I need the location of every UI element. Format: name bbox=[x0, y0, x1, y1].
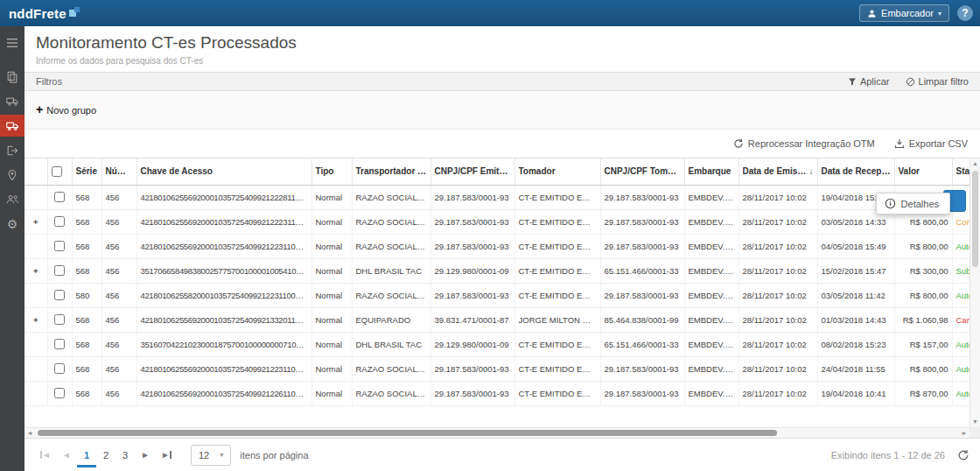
vertical-scrollbar-thumb[interactable] bbox=[972, 171, 978, 267]
row-expand-toggle[interactable]: + bbox=[24, 258, 47, 283]
cell-tipo: Normal bbox=[312, 356, 352, 381]
sidebar-item-settings[interactable]: ⚙ bbox=[0, 213, 24, 235]
sidebar-item-users[interactable] bbox=[0, 188, 24, 210]
cell-cnpj-emitente: 29.129.980/0001-09 bbox=[430, 332, 514, 356]
help-button[interactable]: ? bbox=[957, 5, 973, 21]
row-expand-toggle[interactable]: + bbox=[24, 209, 47, 234]
col-header-tipo[interactable]: Tipo bbox=[312, 158, 352, 185]
sidebar-item-monitoring-active[interactable] bbox=[0, 115, 24, 137]
col-header-data-recepcao[interactable]: Data de Recepção bbox=[817, 158, 894, 185]
page-number-3[interactable]: 3 bbox=[116, 443, 135, 467]
cell-cnpj-emitente: 29.187.583/0001-93 bbox=[430, 381, 514, 405]
filters-panel: + Novo grupo bbox=[24, 91, 980, 130]
reprocess-otm-label: Reprocessar Integração OTM bbox=[748, 138, 875, 149]
page-number-1[interactable]: 1 bbox=[77, 443, 96, 467]
col-header-serie[interactable]: Série bbox=[72, 158, 102, 185]
row-expand-toggle[interactable] bbox=[24, 234, 47, 258]
table-row[interactable]: + 568 456 351706658498380025775700100001… bbox=[24, 258, 970, 283]
cell-valor: R$ 800,00 bbox=[894, 234, 952, 258]
row-expand-toggle[interactable]: + bbox=[24, 307, 47, 332]
next-page-button[interactable]: ► bbox=[135, 445, 156, 466]
col-header-cnpj-tomador[interactable]: CNPJ/CPF Tomador bbox=[600, 158, 684, 185]
select-all-checkbox[interactable] bbox=[52, 166, 62, 177]
export-csv-button[interactable]: Exportar CSV bbox=[894, 138, 968, 149]
table-row[interactable]: 568 456 35160704221023000187570010000000… bbox=[24, 332, 970, 356]
col-header-status[interactable]: Status bbox=[952, 158, 970, 185]
items-per-page-label: itens por página bbox=[240, 450, 308, 460]
cell-chave-de-acesso: 4218010625569200010357254099213320110083… bbox=[136, 307, 312, 332]
new-group-button[interactable]: + Novo grupo bbox=[36, 105, 96, 116]
details-tooltip[interactable]: Detalhes bbox=[876, 193, 950, 214]
apply-filter-label: Aplicar bbox=[860, 76, 890, 87]
sidebar-item-export[interactable] bbox=[0, 139, 24, 161]
vertical-scrollbar[interactable]: ▲ ▼ bbox=[970, 158, 980, 427]
scroll-down-icon[interactable]: ▼ bbox=[970, 417, 980, 427]
cell-serie: 568 bbox=[72, 307, 102, 332]
download-icon bbox=[894, 138, 905, 149]
first-page-button[interactable]: ◄ bbox=[35, 445, 56, 466]
cell-data-emissao: 28/11/2017 10:02 bbox=[738, 332, 817, 356]
clear-filter-button[interactable]: Limpar filtro bbox=[906, 76, 969, 87]
user-menu-button[interactable]: Embarcador ▾ bbox=[859, 4, 949, 22]
cell-data-recepcao: 04/05/2018 15:49 bbox=[817, 234, 894, 258]
cell-tipo: Normal bbox=[312, 209, 352, 234]
horizontal-scrollbar-thumb[interactable] bbox=[38, 430, 777, 436]
row-checkbox[interactable] bbox=[54, 388, 65, 398]
gear-icon: ⚙ bbox=[7, 218, 18, 230]
table-row[interactable]: 568 456 42180106255692000103572540992122… bbox=[24, 381, 970, 405]
row-expand-toggle[interactable] bbox=[24, 381, 47, 405]
sidebar-item-location[interactable] bbox=[0, 164, 24, 186]
row-expand-toggle[interactable] bbox=[24, 283, 47, 307]
col-header-cnpj-emitente[interactable]: CNPJ/CPF Emitente bbox=[430, 158, 514, 185]
reprocess-otm-button[interactable]: Reprocessar Integração OTM bbox=[733, 138, 875, 149]
row-checkbox[interactable] bbox=[54, 265, 65, 276]
horizontal-scrollbar[interactable]: ◄ ► bbox=[24, 427, 970, 438]
row-checkbox[interactable] bbox=[54, 290, 65, 300]
table-row[interactable]: 568 456 42180106255692000103572540992122… bbox=[24, 356, 970, 381]
col-header-embarque[interactable]: Embarque bbox=[684, 158, 738, 185]
row-expand-toggle[interactable] bbox=[24, 185, 47, 209]
cell-numero: 456 bbox=[102, 258, 136, 283]
row-expand-toggle[interactable] bbox=[24, 332, 47, 356]
col-header-data-emissao[interactable]: Data de Emissão↓ bbox=[738, 158, 817, 185]
cell-tipo: Normal bbox=[312, 381, 352, 405]
row-expand-toggle[interactable] bbox=[24, 356, 47, 381]
row-checkbox[interactable] bbox=[54, 314, 65, 325]
table-row[interactable]: 568 456 42180106255692000103572540992122… bbox=[24, 234, 970, 258]
prev-page-button[interactable]: ◄ bbox=[56, 445, 77, 466]
sidebar-item-fleet[interactable] bbox=[0, 90, 24, 112]
col-header-chave[interactable]: Chave de Acesso bbox=[136, 158, 312, 185]
scroll-left-icon[interactable]: ◄ bbox=[24, 428, 35, 438]
scroll-right-icon[interactable]: ► bbox=[959, 428, 970, 438]
page-number-2[interactable]: 2 bbox=[96, 443, 116, 467]
page-size-select[interactable]: 12 ▾ bbox=[191, 445, 231, 466]
cell-numero: 456 bbox=[102, 209, 136, 234]
hamburger-icon bbox=[6, 38, 18, 48]
refresh-button[interactable] bbox=[957, 449, 970, 461]
row-checkbox[interactable] bbox=[54, 363, 65, 374]
table-row[interactable]: 568 456 42180106255692000103572540992122… bbox=[24, 185, 970, 209]
col-header-valor[interactable]: Valor bbox=[894, 158, 952, 185]
table-row[interactable]: + 568 456 421801062556920001035725409921… bbox=[24, 209, 970, 234]
row-select-cell bbox=[47, 258, 72, 283]
col-header-numero[interactable]: Número bbox=[102, 158, 136, 185]
table-row[interactable]: 580 456 42180106255820001035725409921223… bbox=[24, 283, 970, 307]
row-checkbox[interactable] bbox=[54, 339, 65, 349]
row-checkbox[interactable] bbox=[54, 216, 65, 227]
table-row[interactable]: + 568 456 421801062556920001035725409921… bbox=[24, 307, 970, 332]
cell-status: Com bbox=[952, 209, 970, 234]
plus-icon: + bbox=[36, 105, 43, 115]
last-page-button[interactable]: ► bbox=[156, 445, 177, 466]
col-header-tomador[interactable]: Tomador bbox=[514, 158, 600, 185]
apply-filter-button[interactable]: Aplicar bbox=[848, 76, 890, 87]
row-checkbox[interactable] bbox=[54, 192, 65, 202]
sidebar-item-documents[interactable] bbox=[0, 66, 24, 88]
row-checkbox[interactable] bbox=[54, 241, 65, 251]
menu-toggle-button[interactable] bbox=[0, 32, 24, 53]
col-header-transportador[interactable]: Transportador Emitente bbox=[352, 158, 430, 185]
scroll-up-icon[interactable]: ▲ bbox=[970, 158, 980, 169]
row-select-cell bbox=[47, 381, 72, 405]
cell-status: Auto bbox=[952, 381, 970, 405]
pager: ◄ ◄ 1 2 3 ► ► 12 ▾ itens por página Exib… bbox=[24, 438, 980, 471]
cell-status: Auto bbox=[952, 356, 970, 381]
